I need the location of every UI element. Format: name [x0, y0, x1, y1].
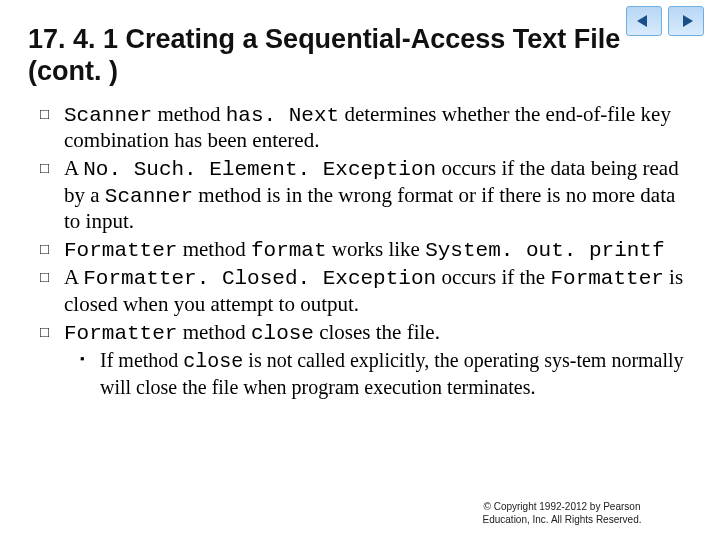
footer-line-1: © Copyright 1992-2012 by Pearson [484, 501, 641, 512]
sub-list-item: If method close is not called explicitly… [80, 348, 684, 399]
arrow-left-icon [635, 14, 653, 28]
list-item: Formatter method close closes the file. [40, 320, 684, 347]
nav-controls [626, 6, 704, 36]
list-item: A Formatter. Closed. Exception occurs if… [40, 265, 684, 317]
list-item: Scanner method has. Next determines whet… [40, 102, 684, 154]
next-slide-button[interactable] [668, 6, 704, 36]
footer-line-2: Education, Inc. All Rights Reserved. [483, 514, 642, 525]
svg-marker-1 [683, 15, 693, 27]
prev-slide-button[interactable] [626, 6, 662, 36]
svg-marker-0 [637, 15, 647, 27]
arrow-right-icon [677, 14, 695, 28]
copyright-footer: © Copyright 1992-2012 by Pearson Educati… [432, 500, 692, 526]
slide-heading: 17. 4. 1 Creating a Sequential-Access Te… [0, 0, 720, 98]
list-item: Formatter method format works like Syste… [40, 237, 684, 264]
list-item: A No. Such. Element. Exception occurs if… [40, 156, 684, 235]
slide-content: Scanner method has. Next determines whet… [0, 98, 720, 399]
